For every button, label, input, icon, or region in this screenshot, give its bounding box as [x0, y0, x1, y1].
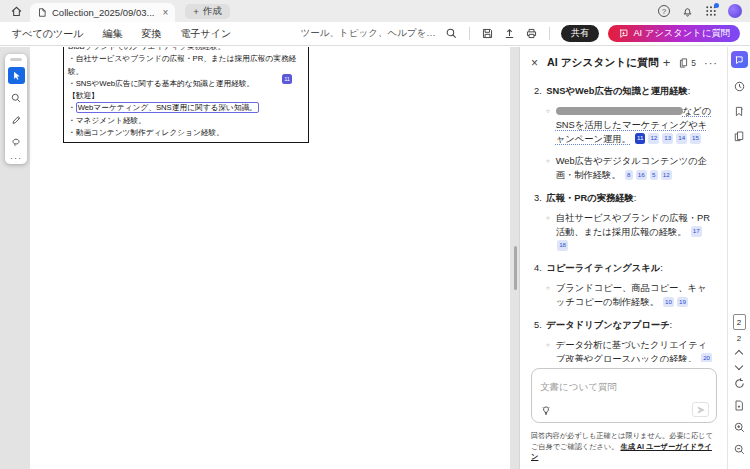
current-page-input[interactable]: 2	[733, 314, 746, 330]
share-button[interactable]: 共有	[561, 25, 600, 42]
share-label: 共有	[571, 27, 590, 40]
toolbar-drag-handle[interactable]	[10, 58, 22, 61]
citation-badge[interactable]: 12	[648, 133, 659, 144]
save-icon[interactable]	[481, 27, 494, 40]
citation-badge[interactable]: 20	[701, 353, 712, 362]
citation-badge[interactable]: 12	[661, 170, 672, 181]
close-icon[interactable]: ×	[531, 56, 538, 70]
citation-badge[interactable]: 18	[557, 240, 568, 251]
pencil-tool-button[interactable]	[8, 111, 25, 128]
ai-assistant-rail-button[interactable]	[731, 51, 748, 68]
avatar[interactable]	[728, 4, 742, 18]
zoom-in-button[interactable]	[731, 419, 748, 436]
list-heading: 3. 広報・PRの実務経験:	[534, 192, 715, 205]
citation-badge[interactable]: 15	[690, 133, 701, 144]
right-rail: 2 2	[727, 47, 750, 469]
tabbar-right-icons: ?	[658, 4, 742, 18]
assistant-response: 2. SNSやWeb広告の知識と運用経験:○などのSNSを活用したマーケティング…	[520, 74, 727, 362]
citation-badge[interactable]: 19	[677, 297, 688, 308]
ai-assistant-button[interactable]: AI アシスタントに質問	[608, 25, 740, 42]
search-icon[interactable]	[445, 27, 458, 40]
menu-esign[interactable]: 電子サイン	[180, 27, 231, 41]
list-heading: 5. データドリブンなアプローチ:	[534, 319, 715, 332]
plus-icon: +	[193, 6, 199, 17]
more-tools-button[interactable]: ···	[10, 155, 22, 161]
assistant-title: AI アシスタントに質問	[547, 56, 659, 70]
citation-badge[interactable]: 5	[650, 170, 658, 181]
tab-close-icon[interactable]: ×	[162, 7, 168, 18]
citation-badge[interactable]: 10	[663, 297, 674, 308]
doc-line: ・動画コンテンツ制作ディレクション経験。	[68, 127, 304, 139]
help-icon[interactable]: ?	[658, 5, 670, 17]
document-export-icon	[733, 399, 745, 412]
ai-sparkle-icon	[618, 28, 629, 39]
overflow-menu-icon[interactable]: ···	[704, 57, 718, 69]
pdf-page: BtoBブランドでのクリエイティブ実務経験。 ・自社サービスやブランドの広報・P…	[30, 47, 510, 469]
new-tab-label: 作成	[203, 5, 222, 18]
quick-tools-toolbar: ···	[5, 54, 27, 164]
menu-edit[interactable]: 編集	[102, 27, 122, 41]
citation-badge[interactable]: 11	[635, 133, 645, 144]
document-scrollbar-thumb[interactable]	[514, 246, 517, 290]
page-thumbnails-button[interactable]	[731, 128, 748, 145]
zoom-tool-button[interactable]	[8, 89, 25, 106]
citation-badge[interactable]: 16	[636, 170, 647, 181]
zoom-out-icon	[733, 443, 746, 456]
app-switcher-icon[interactable]	[705, 5, 717, 17]
ai-chat-icon	[734, 55, 744, 65]
divider	[469, 27, 470, 40]
lasso-icon	[10, 136, 22, 148]
tab-bar: Collection_2025/09/03... × + 作成 ?	[0, 0, 750, 22]
new-tab-button[interactable]: + 作成	[185, 4, 230, 19]
citation-badge[interactable]: 17	[691, 226, 702, 237]
copy-pages-icon	[733, 130, 745, 143]
menu-all-tools[interactable]: すべてのツール	[12, 27, 83, 41]
list-bullet: ○データ分析に基づいたクリエイティブ改善やグロースハックの経験。 20	[546, 339, 715, 362]
zoom-out-button[interactable]	[731, 441, 748, 458]
citation-badge[interactable]: 13	[662, 133, 673, 144]
previous-page-chevron-icon[interactable]	[735, 350, 743, 358]
pencil-icon	[10, 114, 22, 126]
bookmarks-button[interactable]	[731, 103, 748, 120]
doc-count: 5	[691, 58, 696, 68]
divider	[549, 27, 550, 40]
question-input[interactable]: 文書について質問	[531, 368, 717, 423]
assistant-header: × AI アシスタントに質問 + 5 ···	[520, 47, 727, 74]
send-icon[interactable]	[692, 402, 709, 417]
page-navigation: 2 2	[731, 314, 748, 463]
acrobat-window: Collection_2025/09/03... × + 作成 ? すべてのツー…	[0, 0, 750, 469]
menu-convert[interactable]: 変換	[141, 27, 161, 41]
select-tool-button[interactable]	[8, 67, 25, 84]
doc-line-welcome: 【歓迎】	[68, 90, 304, 102]
search-hint[interactable]: ツール、トピック、ヘルプを…	[301, 27, 436, 40]
citation-badge[interactable]: 8	[625, 170, 633, 181]
citation-highlight-box[interactable]: Webマーケティング、SNS運用に関する深い知識。	[76, 102, 259, 113]
citation-badge[interactable]: 14	[676, 133, 687, 144]
menu-bar: すべてのツール 編集 変換 電子サイン ツール、トピック、ヘルプを… 共有 AI…	[0, 22, 750, 46]
attached-docs-button[interactable]: 5	[678, 57, 696, 69]
tab-title: Collection_2025/09/03...	[52, 7, 154, 18]
print-icon[interactable]	[525, 27, 538, 40]
document-tab[interactable]: Collection_2025/09/03... ×	[30, 3, 175, 22]
citation-marker-badge[interactable]: 11	[282, 74, 292, 84]
doc-line: ・マネジメント経験。	[68, 115, 304, 127]
rotate-page-button[interactable]	[731, 375, 748, 392]
doc-line-highlighted: ・Webマーケティング、SNS運用に関する深い知識。	[68, 102, 304, 114]
home-icon	[10, 5, 23, 18]
lasso-tool-button[interactable]	[8, 133, 25, 150]
list-bullet: ○自社サービスやブランドの広報・PR活動、または採用広報の経験。 1718	[546, 212, 715, 253]
export-pdf-button[interactable]	[731, 397, 748, 414]
new-chat-plus-icon[interactable]: +	[663, 58, 671, 68]
next-page-chevron-icon[interactable]	[735, 362, 743, 370]
upload-icon[interactable]	[503, 27, 516, 40]
bullet-circle-icon: ○	[546, 342, 550, 362]
bullet-circle-icon: ○	[546, 285, 550, 310]
history-clock-button[interactable]	[731, 78, 748, 95]
bookmark-icon	[733, 105, 745, 118]
assistant-list: 2. SNSやWeb広告の知識と運用経験:○などのSNSを活用したマーケティング…	[534, 85, 715, 362]
notifications-bell-icon[interactable]	[681, 5, 694, 18]
list-bullet: ○などのSNSを活用したマーケティングやキャンペーン運用。 1112131415	[546, 105, 715, 146]
total-pages-label: 2	[737, 334, 741, 343]
suggestions-lightbulb-icon[interactable]	[540, 404, 552, 417]
home-button[interactable]	[6, 2, 26, 20]
